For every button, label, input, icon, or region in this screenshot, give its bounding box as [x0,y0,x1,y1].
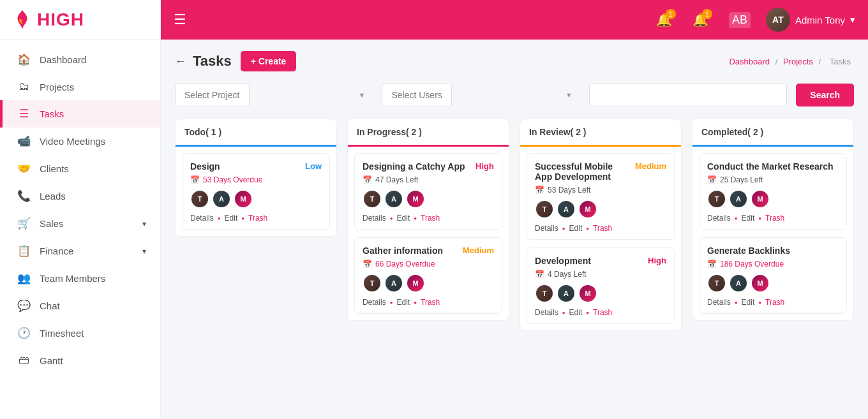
main-area: ☰ 🔔 1 🔔 1 AB AT Admin Tony ▾ ← Tasks + C… [161,0,868,419]
task-date: 📅 4 Days Left [535,270,666,279]
sidebar-item-tasks[interactable]: ☰ Tasks [0,100,160,128]
sidebar-item-leads[interactable]: 📞 Leads [0,182,160,210]
action-edit[interactable]: Edit [397,298,410,307]
kanban-board: Todo( 1 ) Design Low 📅 53 Days Overdue T… [175,119,854,331]
calendar-icon: 📅 [535,270,544,279]
action-edit[interactable]: Edit [569,224,583,233]
task-title: Conduct the Market Research [707,161,839,172]
kanban-col-inreview: In Review( 2 ) Successful Mobile App Dev… [520,119,682,331]
kanban-col-header-todo: Todo( 1 ) [176,119,336,147]
avatar-2: A [557,200,576,219]
sidebar-item-timesheet[interactable]: 🕐 Timesheet [0,320,160,347]
action-trash[interactable]: Trash [765,298,784,307]
hamburger-icon[interactable]: ☰ [174,11,186,28]
user-menu[interactable]: AT Admin Tony ▾ [766,8,855,32]
ab-icon[interactable]: AB [729,12,751,28]
action-edit[interactable]: Edit [397,214,410,223]
action-trash[interactable]: Trash [248,214,267,223]
nav-label-projects: Projects [40,82,74,92]
action-trash[interactable]: Trash [765,214,784,223]
user-dropdown-icon: ▾ [850,14,855,26]
action-details[interactable]: Details [190,214,214,223]
task-date: 📅 186 Days Overdue [707,260,839,268]
action-details[interactable]: Details [535,308,558,317]
avatar-2: A [729,189,748,209]
sidebar: HIGH 🏠 Dashboard 🗂 Projects ☰ Tasks 📹 Vi… [0,0,161,419]
page-title: Tasks [193,53,232,70]
task-priority: Medium [635,161,666,171]
action-trash[interactable]: Trash [421,298,440,307]
task-date: 📅 25 Days Left [707,175,839,184]
breadcrumb-dashboard[interactable]: Dashboard [729,57,770,66]
sidebar-item-sales[interactable]: 🛒 Sales ▾ [0,210,160,237]
search-input[interactable] [589,83,787,107]
action-edit[interactable]: Edit [569,308,583,317]
action-trash[interactable]: Trash [593,308,612,317]
avatar-3: M [234,189,253,209]
nav-arrow-sales: ▾ [142,219,146,228]
kanban-col-header-inreview: In Review( 2 ) [520,119,681,147]
sidebar-item-finance[interactable]: 📋 Finance ▾ [0,237,160,265]
breadcrumb-projects[interactable]: Projects [783,57,813,66]
create-button[interactable]: + Create [241,51,297,71]
task-title: Design [190,161,300,172]
sidebar-item-projects[interactable]: 🗂 Projects [0,73,160,100]
action-details[interactable]: Details [535,224,558,233]
kanban-cards-inreview: Successful Mobile App Development Medium… [520,147,681,330]
avatar-2: A [384,274,403,293]
task-card-top: Generate Backlinks [707,246,839,256]
kanban-cards-completed: Conduct the Market Research 📅 25 Days Le… [692,147,853,320]
action-edit[interactable]: Edit [742,298,755,307]
action-details[interactable]: Details [707,298,731,307]
fire-icon[interactable]: 🔔 1 [656,12,672,27]
avatar-2: A [557,284,576,303]
calendar-icon: 📅 [707,260,717,268]
kanban-cards-inprogress: Designing a Catchy App High 📅 47 Days Le… [348,147,509,320]
action-details[interactable]: Details [707,214,731,223]
action-edit[interactable]: Edit [225,214,238,223]
users-select[interactable]: Select Users [382,83,452,107]
filter-bar: Select Project Select Users Search [175,83,854,107]
task-title: Generate Backlinks [707,246,839,256]
kanban-col-todo: Todo( 1 ) Design Low 📅 53 Days Overdue T… [175,119,337,237]
avatar-1: T [535,284,554,303]
action-details[interactable]: Details [363,214,386,223]
action-edit[interactable]: Edit [742,214,755,223]
search-button[interactable]: Search [796,84,854,107]
sidebar-item-video-meetings[interactable]: 📹 Video Meetings [0,128,160,155]
action-trash[interactable]: Trash [421,214,440,223]
fire-badge: 1 [666,9,676,19]
kanban-cards-todo: Design Low 📅 53 Days Overdue T A M Detai… [176,147,336,236]
nav-label-dashboard: Dashboard [40,54,86,65]
back-button[interactable]: ← [175,55,186,68]
calendar-icon: 📅 [190,175,200,184]
avatar-1: T [535,200,554,219]
sidebar-item-gantt[interactable]: 🗃 Gantt [0,347,160,374]
bell-icon[interactable]: 🔔 1 [692,12,708,27]
sidebar-item-team-members[interactable]: 👥 Team Members [0,265,160,292]
calendar-icon: 📅 [363,260,372,268]
task-actions: Details ● Edit ● Trash [535,224,666,233]
nav-label-leads: Leads [40,191,66,202]
avatar-1: T [707,274,726,293]
action-trash[interactable]: Trash [593,224,612,233]
project-select[interactable]: Select Project [175,83,250,107]
calendar-icon: 📅 [707,175,717,184]
page-header: ← Tasks + Create Dashboard / Projects / … [175,51,854,71]
sidebar-item-dashboard[interactable]: 🏠 Dashboard [0,46,160,73]
task-title: Designing a Catchy App [363,161,470,172]
user-name: Admin Tony [795,15,845,26]
avatar-1: T [707,189,726,209]
nav-icon-chat: 💬 [17,299,31,312]
sidebar-item-clients[interactable]: 🤝 Clients [0,155,160,182]
task-date-label: 66 Days Overdue [375,260,435,268]
task-card: Development High 📅 4 Days Left T A M Det… [527,247,675,324]
nav-list: 🏠 Dashboard 🗂 Projects ☰ Tasks 📹 Video M… [0,40,160,380]
sidebar-item-chat[interactable]: 💬 Chat [0,292,160,320]
task-date: 📅 66 Days Overdue [363,260,494,268]
task-priority: High [475,161,494,171]
task-actions: Details ● Edit ● Trash [363,298,494,307]
task-actions: Details ● Edit ● Trash [535,308,666,317]
action-details[interactable]: Details [363,298,386,307]
nav-icon-projects: 🗂 [17,80,31,93]
